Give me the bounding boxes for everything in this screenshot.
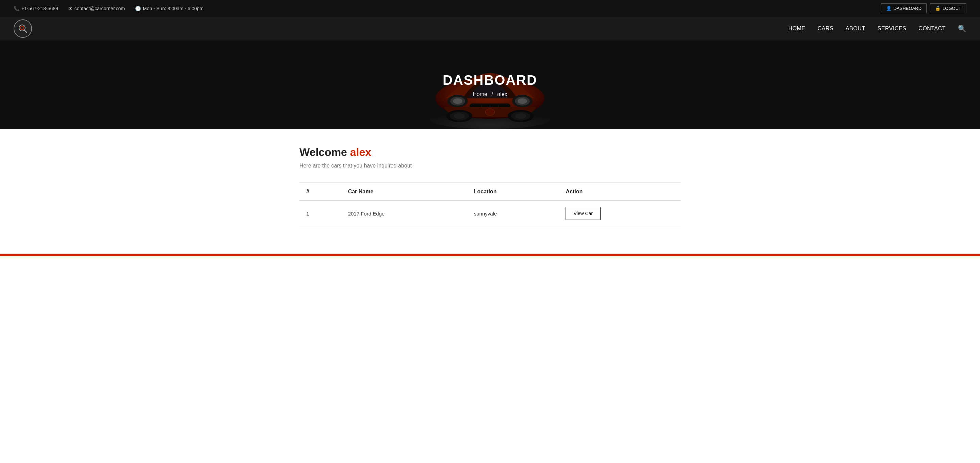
- row-action: View Car: [559, 201, 681, 227]
- top-bar: 📞 +1-567-218-5689 ✉ contact@carcorner.co…: [0, 0, 980, 17]
- col-number: #: [299, 183, 341, 201]
- table-row: 12017 Ford EdgesunnyvaleView Car: [299, 201, 681, 227]
- cars-table: # Car Name Location Action 12017 Ford Ed…: [299, 182, 681, 227]
- logo-button[interactable]: [14, 19, 32, 38]
- logo-area: [14, 19, 788, 38]
- col-action: Action: [559, 183, 681, 201]
- col-location: Location: [467, 183, 559, 201]
- nav-links: HOME CARS ABOUT SERVICES CONTACT 🔍: [788, 24, 966, 33]
- nav-home[interactable]: HOME: [788, 24, 805, 33]
- table-header-row: # Car Name Location Action: [299, 183, 681, 201]
- top-bar-right: 👤 DASHBOARD 🔓 LOGOUT: [881, 3, 966, 13]
- welcome-subtitle: Here are the cars that you have inquired…: [299, 163, 681, 169]
- dashboard-icon: 👤: [886, 6, 891, 11]
- email-address: contact@carcorner.com: [75, 6, 125, 11]
- email-item: ✉ contact@carcorner.com: [68, 6, 125, 11]
- logout-icon: 🔓: [935, 6, 940, 11]
- phone-icon: 📞: [14, 6, 19, 11]
- welcome-heading: Welcome alex: [299, 146, 681, 159]
- svg-line-2: [24, 30, 27, 33]
- nav-contact[interactable]: CONTACT: [918, 24, 946, 33]
- logo-icon: [18, 24, 28, 34]
- nav-about[interactable]: ABOUT: [846, 24, 865, 33]
- svg-point-1: [21, 26, 24, 30]
- clock-icon: 🕐: [135, 6, 141, 11]
- hero-title: DASHBOARD: [443, 72, 537, 88]
- nav-services[interactable]: SERVICES: [878, 24, 907, 33]
- business-hours: Mon - Sun: 8:00am - 6:00pm: [143, 6, 204, 11]
- table-header: # Car Name Location Action: [299, 183, 681, 201]
- row-location: sunnyvale: [467, 201, 559, 227]
- footer-bar: [0, 254, 980, 256]
- hours-item: 🕐 Mon - Sun: 8:00am - 6:00pm: [135, 6, 204, 11]
- table-body: 12017 Ford EdgesunnyvaleView Car: [299, 201, 681, 227]
- breadcrumb: Home / alex: [443, 91, 537, 97]
- breadcrumb-current: alex: [497, 91, 507, 97]
- breadcrumb-separator: /: [492, 91, 493, 97]
- row-car-name: 2017 Ford Edge: [341, 201, 467, 227]
- nav-cars[interactable]: CARS: [818, 24, 833, 33]
- welcome-prefix: Welcome: [299, 146, 350, 158]
- hero-content: DASHBOARD Home / alex: [443, 72, 537, 97]
- phone-item: 📞 +1-567-218-5689: [14, 6, 58, 11]
- email-icon: ✉: [68, 6, 73, 11]
- phone-number: +1-567-218-5689: [21, 6, 58, 11]
- hero-section: DASHBOARD Home / alex: [0, 40, 980, 129]
- col-car-name: Car Name: [341, 183, 467, 201]
- search-icon[interactable]: 🔍: [958, 24, 966, 33]
- row-number: 1: [299, 201, 341, 227]
- logout-button[interactable]: 🔓 LOGOUT: [930, 3, 966, 13]
- breadcrumb-home: Home: [473, 91, 487, 97]
- dashboard-button[interactable]: 👤 DASHBOARD: [881, 3, 927, 13]
- username-highlight: alex: [350, 146, 371, 158]
- view-car-button[interactable]: View Car: [566, 207, 601, 220]
- navbar: HOME CARS ABOUT SERVICES CONTACT 🔍: [0, 17, 980, 40]
- main-content: Welcome alex Here are the cars that you …: [286, 129, 694, 254]
- top-bar-left: 📞 +1-567-218-5689 ✉ contact@carcorner.co…: [14, 6, 871, 11]
